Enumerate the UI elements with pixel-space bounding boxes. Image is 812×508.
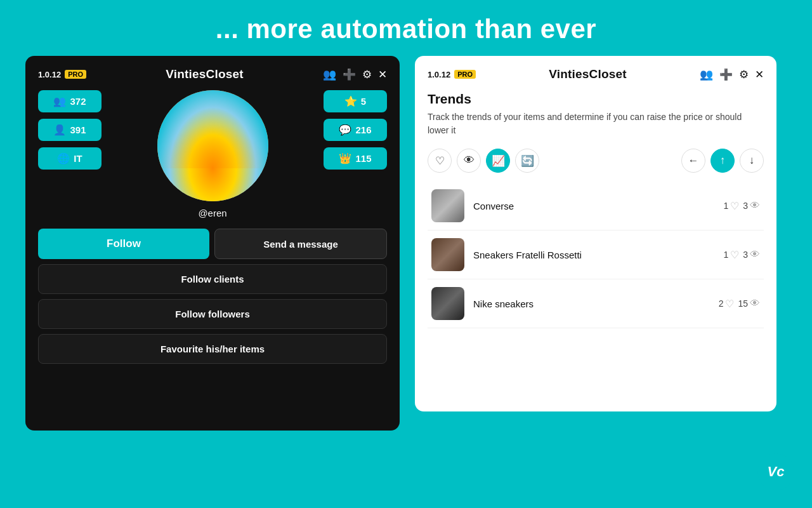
eye-icon: 👁	[750, 298, 760, 309]
left-version: 1.0.12	[38, 70, 61, 79]
filter-trend-btn[interactable]: 📈	[486, 149, 510, 173]
item-views-count: 3	[743, 201, 748, 211]
heart-icon: ♡	[730, 249, 739, 261]
sold-stat-btn[interactable]: 👑 115	[324, 147, 387, 170]
right-panel-title: VintiesCloset	[549, 67, 627, 81]
items-list: Converse 1 ♡ 3 👁 Sneakers Fratelli Ro	[428, 182, 764, 328]
add-user-icon-btn[interactable]: ➕	[343, 68, 356, 81]
item-name: Converse	[473, 201, 723, 211]
eye-icon: 👁	[750, 200, 760, 211]
heart-icon: ♡	[725, 298, 734, 310]
right-close-icon-btn[interactable]: ✕	[755, 68, 764, 81]
left-panel: 1.0.12 PRO VintiesCloset 👥 ➕ ⚙ ✕ 👥 372 👤…	[25, 56, 400, 431]
heart-icon: ♡	[730, 200, 739, 212]
follow-clients-button[interactable]: Follow clients	[38, 264, 387, 294]
filter-eye-btn[interactable]: 👁	[457, 149, 481, 173]
eye-icon: 👁	[750, 249, 760, 260]
vc-logo: Vc	[757, 453, 794, 490]
right-version: 1.0.12	[428, 70, 450, 79]
item-views-count: 3	[743, 250, 748, 260]
favourite-items-button[interactable]: Favourite his/her items	[38, 334, 387, 364]
item-thumbnail-converse	[431, 189, 464, 222]
item-views-count: 15	[738, 298, 748, 309]
close-icon-btn[interactable]: ✕	[378, 68, 387, 81]
right-pro-badge: PRO	[454, 70, 476, 79]
follow-followers-button[interactable]: Follow followers	[38, 299, 387, 329]
messages-stat-btn[interactable]: 💬 216	[324, 119, 387, 141]
header-text: ... more automation than ever	[216, 0, 596, 56]
avatar	[157, 90, 268, 201]
follow-button[interactable]: Follow	[38, 229, 209, 259]
right-settings-icon-btn[interactable]: ⚙	[739, 68, 749, 81]
favorites-stat-btn[interactable]: ⭐ 5	[324, 90, 387, 112]
table-row: Converse 1 ♡ 3 👁	[428, 182, 764, 231]
following-stat-btn[interactable]: 👤 391	[38, 119, 102, 141]
trends-title: Trends	[428, 91, 764, 107]
followers-icon-btn[interactable]: 👥	[323, 68, 336, 81]
right-add-user-icon-btn[interactable]: ➕	[719, 68, 733, 81]
left-panel-title: VintiesCloset	[166, 67, 244, 81]
item-name: Nike sneakers	[473, 298, 719, 309]
right-panel: 1.0.12 PRO VintiesCloset 👥 ➕ ⚙ ✕ Trends …	[415, 56, 776, 411]
table-row: Nike sneakers 2 ♡ 15 👁	[428, 279, 764, 328]
settings-icon-btn[interactable]: ⚙	[362, 68, 372, 81]
filter-refresh-btn[interactable]: 🔄	[515, 149, 539, 173]
item-name: Sneakers Fratelli Rossetti	[473, 250, 723, 260]
nav-up-btn[interactable]: ↑	[710, 149, 735, 173]
followers-stat-btn[interactable]: 👥 372	[38, 90, 102, 112]
username: @eren	[198, 208, 226, 218]
item-likes-count: 1	[723, 201, 728, 211]
nav-down-btn[interactable]: ↓	[740, 149, 764, 173]
nav-back-btn[interactable]: ←	[681, 149, 705, 173]
right-followers-icon-btn[interactable]: 👥	[700, 68, 713, 81]
filter-heart-btn[interactable]: ♡	[428, 149, 452, 173]
item-likes-count: 2	[719, 298, 724, 309]
left-pro-badge: PRO	[65, 70, 86, 79]
message-button[interactable]: Send a message	[214, 229, 387, 259]
item-thumbnail-nike	[431, 287, 464, 320]
trends-description: Track the trends of your items and deter…	[428, 110, 764, 137]
country-stat-btn[interactable]: 🌐 IT	[38, 147, 102, 170]
item-likes-count: 1	[723, 250, 728, 260]
item-thumbnail-fratelli	[431, 238, 464, 271]
table-row: Sneakers Fratelli Rossetti 1 ♡ 3 👁	[428, 231, 764, 279]
